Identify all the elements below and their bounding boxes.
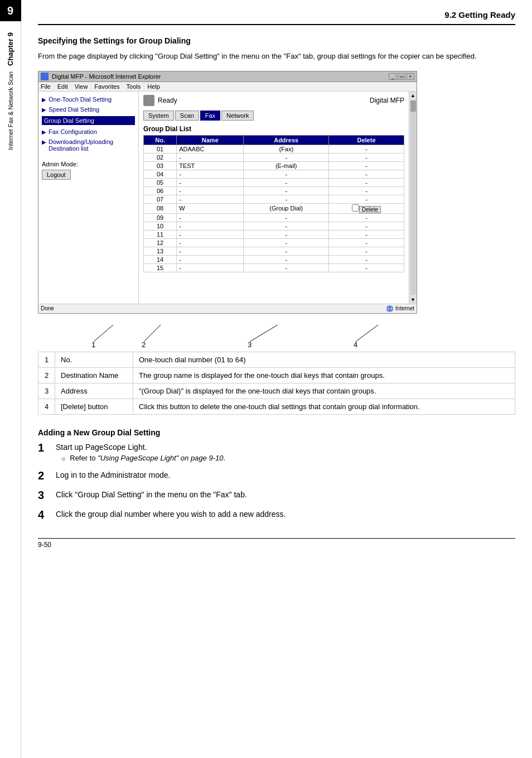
menu-view[interactable]: View xyxy=(75,83,88,90)
chapter-number: 9 xyxy=(0,0,21,21)
cell-address: - xyxy=(244,222,329,230)
cell-no: 05 xyxy=(144,178,177,186)
device-status-area: Ready xyxy=(143,95,177,106)
browser-scrollbar[interactable]: ▲ ▼ xyxy=(409,92,417,304)
tab-system[interactable]: System xyxy=(143,111,174,121)
step-number-2: 2 xyxy=(38,469,56,482)
svg-text:3: 3 xyxy=(248,340,252,347)
page-header: 9.2 Getting Ready xyxy=(38,6,515,25)
step-sub-text-1: Refer to "Using PageScope Light" on page… xyxy=(70,454,225,462)
ref-num: 4 xyxy=(38,399,55,414)
menu-edit[interactable]: Edit xyxy=(57,83,68,90)
section1-text: From the page displayed by clicking "Gro… xyxy=(38,51,515,62)
ref-desc: Click this button to delete the one-touc… xyxy=(133,399,515,414)
cell-address: - xyxy=(244,153,329,161)
section1-heading: Specifying the Settings for Group Dialin… xyxy=(38,36,515,45)
nav-tabs: System Scan Fax Network xyxy=(143,111,404,121)
step-content-1: Start up PageScope Light.○Refer to "Usin… xyxy=(56,443,515,463)
sidebar-item-faxconfig[interactable]: ▶ Fax Configuration xyxy=(42,128,135,135)
tab-fax[interactable]: Fax xyxy=(200,111,220,121)
table-row: 06--- xyxy=(144,186,404,195)
browser-window-controls[interactable]: _ ▭ × xyxy=(389,73,414,80)
menu-favorites[interactable]: Favorites xyxy=(94,83,119,90)
arrow-icon-3: ▶ xyxy=(42,129,46,135)
step-sub-1: ○Refer to "Using PageScope Light" on pag… xyxy=(61,454,515,463)
scroll-up-arrow[interactable]: ▲ xyxy=(409,92,417,99)
cell-no: 06 xyxy=(144,186,177,195)
scroll-down-arrow[interactable]: ▼ xyxy=(409,296,417,304)
menu-help[interactable]: Help xyxy=(147,83,160,90)
ref-desc: The group name is displayed for the one-… xyxy=(133,367,515,383)
svg-line-9 xyxy=(356,325,378,342)
cell-name: TEST xyxy=(177,161,244,170)
sidebar-item-onetouch[interactable]: ▶ One-Touch Dial Setting xyxy=(42,96,135,103)
table-row: 01ADAABC(Fax)- xyxy=(144,145,404,153)
minimize-button[interactable]: _ xyxy=(389,73,396,80)
dial-table: No. Name Address Delete 01ADAABC(Fax)-02… xyxy=(143,135,404,272)
cell-address: - xyxy=(244,195,329,203)
device-status-text: Ready xyxy=(158,97,177,104)
steps-section: 1Start up PageScope Light.○Refer to "Usi… xyxy=(38,443,515,521)
menu-tools[interactable]: Tools xyxy=(127,83,141,90)
scroll-track xyxy=(410,100,416,295)
cell-name: ADAABC xyxy=(177,145,244,153)
cell-name: - xyxy=(177,170,244,178)
step-text-1: Start up PageScope Light. xyxy=(56,443,515,452)
cell-no: 13 xyxy=(144,247,177,255)
svg-line-5 xyxy=(144,325,161,342)
restore-button[interactable]: ▭ xyxy=(398,73,405,80)
ref-table-row: 2Destination NameThe group name is displ… xyxy=(38,367,515,383)
internet-icon xyxy=(386,305,394,313)
cell-no: 10 xyxy=(144,222,177,230)
status-internet: Internet xyxy=(386,305,414,313)
cell-address: - xyxy=(244,170,329,178)
tab-network[interactable]: Network xyxy=(221,111,254,121)
th-name: Name xyxy=(177,135,244,145)
browser-icon xyxy=(41,73,49,80)
browser-sidebar: ▶ One-Touch Dial Setting ▶ Speed Dial Se… xyxy=(38,92,139,304)
menu-file[interactable]: File xyxy=(41,83,51,90)
cell-no: 03 xyxy=(144,161,177,170)
logout-button[interactable]: Logout xyxy=(42,170,71,180)
sidebar-label-download: Downloading/Uploading Destination list xyxy=(49,138,135,152)
ref-name: Address xyxy=(55,383,133,399)
ref-num: 3 xyxy=(38,383,55,399)
sidebar-item-download[interactable]: ▶ Downloading/Uploading Destination list xyxy=(42,138,135,152)
sidebar-item-speeddial[interactable]: ▶ Speed Dial Setting xyxy=(42,106,135,113)
chapter-label-1: Internet Fax & Network Scan xyxy=(7,71,14,150)
cell-delete: - xyxy=(329,186,404,195)
arrow-icon-2: ▶ xyxy=(42,107,46,113)
arrow-icon-4: ▶ xyxy=(42,139,46,145)
tab-scan[interactable]: Scan xyxy=(175,111,199,121)
th-address: Address xyxy=(244,135,329,145)
svg-line-7 xyxy=(250,325,278,342)
table-row: 03TEST(E-mail)- xyxy=(144,161,404,170)
close-button[interactable]: × xyxy=(407,73,414,80)
sidebar-item-groupdial[interactable]: Group Dial Setting xyxy=(42,116,135,125)
ref-table-row: 3Address"(Group Dial)" is displayed for … xyxy=(38,383,515,399)
delete-button[interactable]: Delete xyxy=(359,206,381,213)
cell-delete: - xyxy=(329,145,404,153)
cell-delete: - xyxy=(329,238,404,247)
group-dial-list-title: Group Dial List xyxy=(143,125,404,133)
step-item-2: 2Log in to the Administrator mode. xyxy=(38,471,515,482)
ref-name: No. xyxy=(55,352,133,367)
cell-address: - xyxy=(244,230,329,238)
delete-checkbox[interactable] xyxy=(352,204,359,212)
svg-text:1: 1 xyxy=(91,340,95,347)
step-number-1: 1 xyxy=(38,442,56,454)
table-row: 09--- xyxy=(144,213,404,222)
ref-name: [Delete] button xyxy=(55,399,133,414)
cell-name: - xyxy=(177,186,244,195)
device-icon xyxy=(143,95,154,106)
cell-address: - xyxy=(244,263,329,272)
table-row: 02--- xyxy=(144,153,404,161)
table-row: 12--- xyxy=(144,238,404,247)
page-number: 9-50 xyxy=(38,541,51,549)
step-content-4: Click the group dial number where you wi… xyxy=(56,510,515,521)
cell-no: 15 xyxy=(144,263,177,272)
cell-delete: Delete xyxy=(329,203,404,213)
sidebar-admin: Admin Mode: Logout xyxy=(42,161,135,180)
main-content: 9.2 Getting Ready Specifying the Setting… xyxy=(21,0,532,565)
page-footer: 9-50 xyxy=(38,538,515,549)
